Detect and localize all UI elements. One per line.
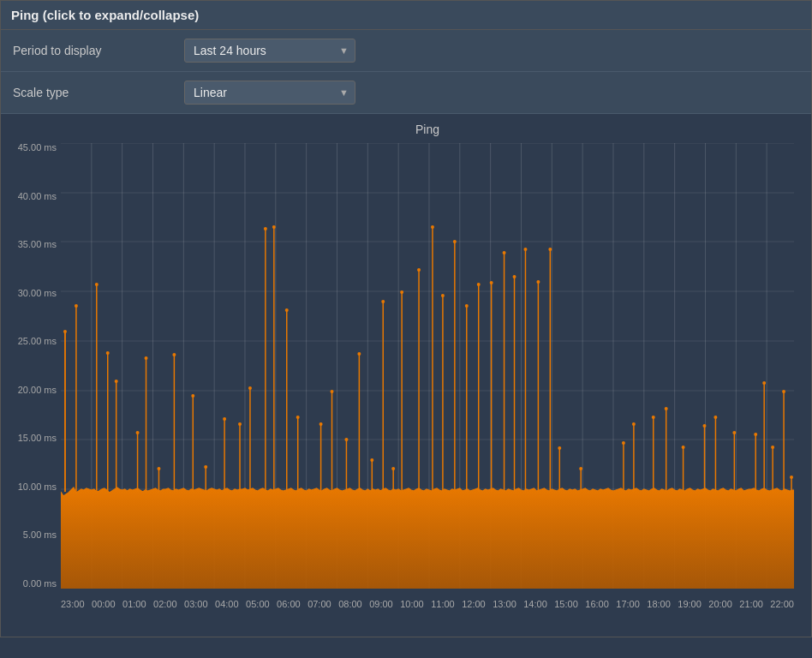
chart-svg [61,143,794,589]
x-label-08: 08:00 [338,599,362,609]
x-axis: 23:00 00:00 01:00 02:00 03:00 04:00 05:0… [61,599,794,609]
x-label-07: 07:00 [307,599,331,609]
svg-point-114 [579,467,582,470]
svg-point-94 [453,240,457,243]
scale-select-wrapper: Linear Logarithmic [184,81,355,105]
svg-point-126 [702,424,706,428]
x-label-20: 20:00 [708,599,732,609]
period-label: Period to display [13,44,184,57]
svg-point-39 [95,283,99,286]
svg-point-78 [357,352,361,356]
svg-point-112 [558,446,561,450]
panel-header[interactable]: Ping (click to expand/collapse) [1,1,811,30]
y-label-8: 40.00 ms [5,192,57,201]
svg-point-100 [490,281,493,284]
svg-point-72 [319,422,323,426]
x-label-02: 02:00 [153,599,177,609]
controls-section: Period to display Last 24 hours Last 1 h… [1,30,811,114]
svg-point-45 [136,431,140,434]
svg-point-110 [548,248,552,251]
y-label-9: 45.00 ms [5,143,57,153]
y-label-4: 20.00 ms [5,386,57,395]
x-label-16: 16:00 [585,599,609,609]
x-label-05: 05:00 [246,599,270,609]
y-axis: 0.00 ms 5.00 ms 10.00 ms 15.00 ms 20.00 … [5,143,57,589]
svg-point-63 [264,227,267,230]
svg-point-98 [477,283,481,286]
svg-point-59 [238,422,242,426]
svg-point-53 [191,394,194,398]
svg-point-134 [762,381,766,385]
svg-point-130 [732,431,736,434]
period-row: Period to display Last 24 hours Last 1 h… [1,30,811,72]
x-label-01: 01:00 [122,599,146,609]
x-label-11: 11:00 [431,599,455,609]
period-select-wrapper: Last 24 hours Last 1 hour Last 6 hours L… [184,39,355,63]
svg-point-132 [754,433,757,436]
svg-point-106 [523,248,527,251]
chart-area: Ping 0.00 ms 5.00 ms 10.00 ms 15.00 ms 2… [1,114,811,637]
y-label-5: 25.00 ms [5,337,57,346]
chart-inner: 0.00 ms 5.00 ms 10.00 ms 15.00 ms 20.00 … [61,143,794,589]
x-label-04: 04:00 [215,599,239,609]
x-label-18: 18:00 [647,599,671,609]
svg-point-116 [622,441,625,445]
svg-point-90 [431,225,434,229]
svg-point-69 [296,416,300,419]
svg-point-138 [782,390,785,393]
svg-point-57 [223,417,226,421]
svg-point-88 [417,268,421,272]
y-label-7: 35.00 ms [5,240,57,249]
chart-title: Ping [61,123,794,136]
y-label-0: 0.00 ms [5,579,57,589]
x-label-09: 09:00 [369,599,393,609]
scale-select[interactable]: Linear Logarithmic [184,81,355,105]
x-label-03: 03:00 [184,599,208,609]
svg-point-122 [665,407,668,410]
period-select[interactable]: Last 24 hours Last 1 hour Last 6 hours L… [184,39,355,63]
x-label-21: 21:00 [739,599,763,609]
svg-point-86 [400,290,403,294]
chart-fill [61,488,794,589]
svg-point-140 [790,476,793,479]
svg-point-55 [204,465,207,469]
svg-point-61 [248,386,252,390]
svg-point-49 [157,467,160,470]
svg-point-108 [536,280,540,284]
svg-point-128 [713,416,717,419]
svg-point-120 [652,416,655,419]
svg-point-104 [513,275,516,278]
svg-point-136 [771,446,774,449]
y-label-3: 15.00 ms [5,434,57,443]
svg-point-47 [145,356,148,360]
x-label-23: 23:00 [61,599,85,609]
svg-point-76 [344,438,348,441]
svg-point-65 [272,225,276,229]
svg-point-43 [115,380,118,383]
x-label-00: 00:00 [92,599,116,609]
main-container: Ping (click to expand/collapse) Period t… [0,0,812,637]
svg-point-102 [503,251,506,254]
svg-point-67 [285,308,289,312]
x-label-19: 19:00 [678,599,702,609]
svg-point-118 [632,422,636,426]
x-label-13: 13:00 [493,599,516,609]
svg-point-84 [391,467,395,470]
x-label-22: 22:00 [770,599,794,609]
y-label-2: 10.00 ms [5,482,57,492]
y-label-6: 30.00 ms [5,289,57,298]
x-label-06: 06:00 [277,599,301,609]
svg-point-37 [63,330,67,333]
x-label-15: 15:00 [554,599,578,609]
svg-point-92 [441,294,445,297]
svg-point-96 [465,304,469,308]
x-label-14: 14:00 [523,599,547,609]
svg-point-82 [381,300,385,303]
x-label-10: 10:00 [400,599,424,609]
svg-point-35 [75,304,78,308]
panel-title: Ping (click to expand/collapse) [11,8,199,22]
svg-point-74 [331,390,334,393]
svg-point-41 [106,351,110,355]
svg-point-51 [172,353,176,356]
scale-row: Scale type Linear Logarithmic [1,72,811,114]
